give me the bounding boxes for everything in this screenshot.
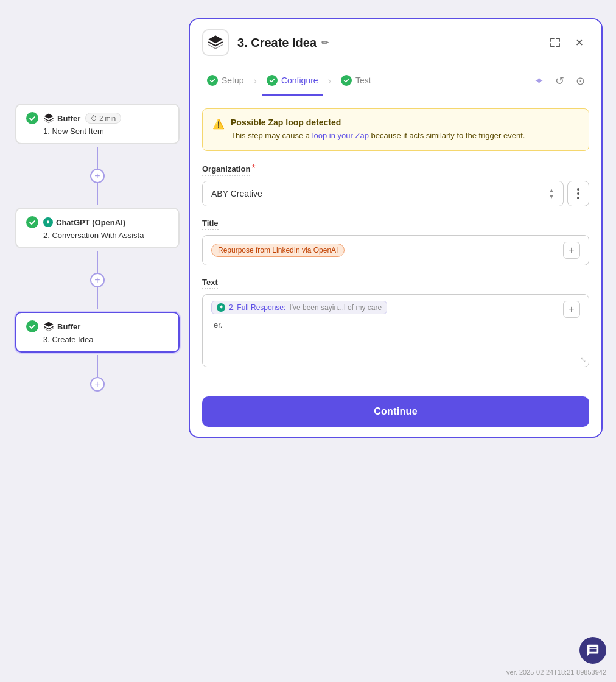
- text-label: Text: [202, 276, 589, 294]
- step3-app-label: Buffer: [43, 321, 80, 332]
- add-step-2-button[interactable]: +: [90, 273, 105, 287]
- organization-label: Organization*: [202, 163, 589, 181]
- connector-1: +: [90, 147, 105, 205]
- step1-check-icon: [26, 112, 38, 124]
- tab-actions: ✦ ↺ ⊙: [530, 72, 589, 90]
- workflow-step-3[interactable]: Buffer 3. Create Idea: [15, 312, 180, 353]
- text-textarea[interactable]: ✦ 2. Full Response: I've been sayin...l …: [202, 294, 589, 367]
- test-check-icon: [341, 75, 352, 86]
- tab-sep-2: ›: [328, 76, 331, 86]
- panel-body: ⚠️ Possible Zap loop detected This step …: [190, 96, 601, 390]
- tab-configure[interactable]: Configure: [262, 66, 323, 96]
- workflow-area: Buffer ⏱ 2 min 1. New Sent Item + ✦ Chat…: [0, 0, 195, 682]
- panel-header: 3. Create Idea ✏ ×: [190, 19, 601, 66]
- text-field-group: Text ✦ 2. Full Response: I've been sayin…: [202, 276, 589, 367]
- buffer-panel-icon: [207, 34, 224, 51]
- panel-tabs: Setup › Configure › Test ✦ ↺ ⊙: [190, 66, 601, 96]
- step1-label: 1. New Sent Item: [26, 127, 169, 136]
- warning-text: This step may cause a loop in your Zap b…: [231, 130, 525, 142]
- step2-label: 2. Conversation With Assista: [26, 231, 169, 240]
- title-add-button[interactable]: +: [563, 242, 580, 259]
- title-input[interactable]: Repurpose from LinkedIn via OpenAI +: [202, 235, 589, 265]
- configure-panel: 3. Create Idea ✏ × Setup ›: [189, 18, 603, 438]
- setup-check-icon: [207, 75, 218, 86]
- title-label: Title: [202, 217, 589, 235]
- organization-more-button[interactable]: [567, 181, 589, 206]
- connector-2: +: [90, 251, 105, 309]
- warning-icon: ⚠️: [212, 118, 225, 142]
- warning-title: Possible Zap loop detected: [231, 118, 525, 127]
- search-panel-button[interactable]: ⊙: [571, 72, 589, 90]
- tab-test[interactable]: Test: [336, 66, 376, 96]
- tab-sep-1: ›: [254, 76, 257, 86]
- panel-actions: ×: [545, 33, 589, 52]
- resize-handle-icon[interactable]: ⤡: [580, 356, 586, 364]
- close-button[interactable]: ×: [570, 33, 589, 52]
- step1-app-label: Buffer: [43, 113, 80, 124]
- workflow-step-1[interactable]: Buffer ⏱ 2 min 1. New Sent Item: [15, 104, 180, 144]
- step2-check-icon: [26, 216, 38, 228]
- add-step-1-button[interactable]: +: [90, 169, 105, 183]
- edit-title-icon[interactable]: ✏: [321, 38, 329, 47]
- title-token-badge: Repurpose from LinkedIn via OpenAI: [211, 244, 345, 257]
- step1-time-badge: ⏱ 2 min: [85, 113, 121, 124]
- step2-app-label: ✦ ChatGPT (OpenAI): [43, 217, 125, 227]
- ai-action-button[interactable]: ✦: [530, 72, 548, 90]
- panel-app-logo: [202, 29, 229, 56]
- step3-label: 3. Create Idea: [26, 335, 169, 344]
- continue-button[interactable]: Continue: [202, 396, 589, 427]
- buffer-logo-icon: [43, 113, 54, 124]
- configure-check-icon: [267, 75, 278, 86]
- text-continuation: er.: [211, 320, 580, 329]
- chat-bubble-button[interactable]: [579, 637, 606, 664]
- add-step-3-button[interactable]: +: [90, 377, 105, 392]
- organization-select-row: ABY Creative ▲ ▼: [202, 181, 589, 206]
- warning-box: ⚠️ Possible Zap loop detected This step …: [202, 108, 589, 151]
- select-arrows-icon: ▲ ▼: [548, 188, 555, 200]
- connector-3: +: [90, 355, 105, 392]
- chatgpt-logo-icon: ✦: [43, 217, 53, 227]
- text-add-button[interactable]: +: [563, 301, 580, 318]
- workflow-step-2[interactable]: ✦ ChatGPT (OpenAI) 2. Conversation With …: [15, 208, 180, 248]
- step3-check-icon: [26, 320, 38, 332]
- title-field-group: Title Repurpose from LinkedIn via OpenAI…: [202, 217, 589, 265]
- organization-select[interactable]: ABY Creative ▲ ▼: [202, 181, 564, 206]
- tab-setup[interactable]: Setup: [202, 66, 249, 96]
- chatgpt-token-icon: ✦: [217, 303, 225, 312]
- refresh-button[interactable]: ↺: [550, 72, 569, 90]
- text-token: ✦ 2. Full Response: I've been sayin...l …: [211, 301, 387, 314]
- buffer-logo-icon-2: [43, 321, 54, 332]
- version-text: ver. 2025-02-24T18:21-89853942: [506, 669, 606, 676]
- panel-title: 3. Create Idea ✏: [237, 36, 537, 50]
- warning-content: Possible Zap loop detected This step may…: [231, 118, 525, 142]
- organization-field-group: Organization* ABY Creative ▲ ▼: [202, 163, 589, 206]
- warning-link[interactable]: loop in your Zap: [312, 131, 369, 140]
- expand-button[interactable]: [545, 33, 565, 52]
